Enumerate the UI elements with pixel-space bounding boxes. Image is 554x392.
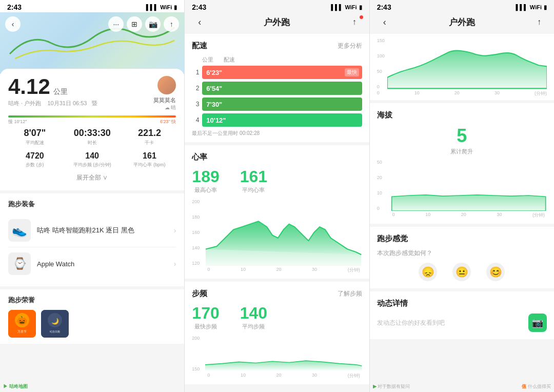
dynamic-section-header: 动态详情 xyxy=(377,299,547,308)
hr-avg-label: 平均心率 xyxy=(240,186,267,194)
steps-avg-stat: 140 平均步频 xyxy=(240,304,267,330)
layers-button[interactable]: ⊞ xyxy=(127,16,142,32)
time-1: 2:43 xyxy=(7,3,22,11)
camera-button[interactable]: 📷 xyxy=(528,313,547,332)
status-icons-3: ▌▌▌ WiFi ▮ xyxy=(516,4,547,11)
steps-section-title: 步频 xyxy=(192,289,207,299)
back-button-3[interactable]: ‹ xyxy=(377,14,392,30)
equipment-shoes[interactable]: 👟 咕咚 咕咚智能跑鞋21K 逐日 黑色 › xyxy=(8,214,176,247)
status-bar-3: 2:43 ▌▌▌ WiFi ▮ xyxy=(370,0,554,12)
more-analysis-link[interactable]: 更多分析 xyxy=(338,42,362,50)
altitude-section-header: 海拔 xyxy=(377,110,547,120)
run-meta: 咕咚 · 户外跑 10月31日 06:53 暨 xyxy=(8,100,97,107)
altitude-y-labels-top: 150 100 50 0 xyxy=(377,38,387,89)
distance-unit: 公里 xyxy=(53,87,68,95)
time-2: 2:43 xyxy=(192,3,206,11)
feeling-icons: 😞 😐 😊 xyxy=(377,263,547,281)
wifi-icon-3: WiFi xyxy=(530,4,542,10)
pace-row-4: 4 10'12" xyxy=(192,113,362,127)
p2-header: ‹ 户外跑 ↑ xyxy=(185,12,369,34)
pace-section-title: 配速 xyxy=(192,41,207,51)
status-icons-2: ▌▌▌ WiFi ▮ xyxy=(331,4,362,11)
svg-text:🌙: 🌙 xyxy=(51,317,59,325)
steps-link[interactable]: 了解步频 xyxy=(338,289,362,298)
badge-night-run: 🌙 纪念日跑 xyxy=(41,310,69,338)
dynamic-title: 动态详情 xyxy=(377,299,408,308)
steps-y-labels: 200 150 xyxy=(192,336,205,371)
avatar xyxy=(157,76,176,94)
pace-chart-header: 公里 配速 xyxy=(192,56,362,64)
camera-icon: 📷 xyxy=(532,317,543,328)
hr-y-labels: 200 180 160 140 120 xyxy=(192,199,205,266)
equipment-watch[interactable]: ⌚ Apple Watch › xyxy=(8,247,176,280)
elevation-chart-wrap: 50 20 10 0 xyxy=(377,160,547,219)
feeling-neutral[interactable]: 😐 xyxy=(452,263,471,281)
weather-info: ☁ 晴 xyxy=(165,104,176,111)
elevation-chart-area: 0 10 20 30 (分钟) xyxy=(390,160,547,219)
distance-block: 4.12 公里 咕咚 · 户外跑 10月31日 06:53 暨 xyxy=(8,76,97,107)
hr-avg-value: 161 xyxy=(240,167,267,186)
wifi-icon: WiFi xyxy=(160,4,172,10)
feeling-sad[interactable]: 😞 xyxy=(419,263,437,281)
hr-max-label: 最高心率 xyxy=(192,186,219,194)
svg-text:纪念日跑: 纪念日跑 xyxy=(50,330,60,333)
scroll-content-2[interactable]: 配速 更多分析 公里 配速 1 6'23" 最快 2 6'54" xyxy=(185,34,369,385)
pace-section-header: 配速 更多分析 xyxy=(192,41,362,51)
steps-chart-wrapper: 200 150 0 xyxy=(192,336,362,379)
nav-btn-group: ··· ⊞ 📷 ↑ xyxy=(108,16,179,32)
hr-stats: 189 最高心率 161 平均心率 xyxy=(192,167,362,194)
pace-chart-rows: 1 6'23" 最快 2 6'54" 3 7'30" xyxy=(192,66,362,127)
feeling-happy[interactable]: 😊 xyxy=(486,263,505,281)
p3-title: 户外跑 xyxy=(449,16,475,28)
battery-icon: ▮ xyxy=(174,4,177,11)
watermark-right-3: 值 什么值得买 xyxy=(522,383,551,390)
altitude-top-x-labels: 0 10 20 30 (分钟) xyxy=(377,90,547,100)
expand-button[interactable]: 展开全部 ∨ xyxy=(8,170,176,185)
steps-section-header: 步频 了解步频 xyxy=(192,289,362,299)
camera-map-button[interactable]: 📷 xyxy=(145,16,161,32)
feeling-title: 跑步感觉 xyxy=(377,234,408,244)
equipment-title: 跑步装备 xyxy=(8,200,176,209)
svg-text:万圣节: 万圣节 xyxy=(17,330,27,333)
hr-chart-wrapper: 200 180 160 140 120 xyxy=(192,199,362,273)
signal-icon: ▌▌▌ xyxy=(146,4,158,10)
feeling-section-header: 跑步感觉 xyxy=(377,234,547,244)
back-button-2[interactable]: ‹ xyxy=(192,14,207,30)
stat-pace: 8'07" 平均配速 xyxy=(8,128,62,146)
feeling-section: 跑步感觉 本次跑步感觉如何？ 😞 😐 😊 xyxy=(370,227,554,288)
distance-display: 4.12 公里 xyxy=(8,76,97,97)
share-map-button[interactable]: ↑ xyxy=(164,16,179,32)
upload-button-3[interactable]: ↑ xyxy=(531,14,547,30)
hr-max-value: 189 xyxy=(192,167,219,186)
more-button[interactable]: ··· xyxy=(108,16,124,32)
signal-icon-3: ▌▌▌ xyxy=(516,4,527,10)
user-info: 莫莫莫名 ☁ 晴 xyxy=(153,76,176,111)
dynamic-section: 动态详情 发动态让你的好友看到吧 📷 xyxy=(370,291,554,339)
map-area: ‹ ··· ⊞ 📷 ↑ xyxy=(0,12,184,74)
hr-x-labels: 0 10 20 30 (分钟) xyxy=(205,267,362,273)
stat-duration: 00:33:30 时长 xyxy=(66,128,119,146)
honor-badges: 🎃 万圣节 🌙 纪念日跑 xyxy=(8,310,176,338)
back-button[interactable]: ‹ xyxy=(5,16,21,32)
status-icons-1: ▌▌▌ WiFi ▮ xyxy=(146,4,177,11)
shoes-name: 咕咚 咕咚智能跑鞋21K 逐日 黑色 xyxy=(37,226,174,235)
altitude-overview-wrapper: 150 100 50 0 xyxy=(370,34,554,100)
wifi-icon-2: WiFi xyxy=(345,4,357,10)
altitude-section-title: 海拔 xyxy=(377,110,392,120)
elevation-x-labels: 0 10 20 30 (分钟) xyxy=(390,212,547,219)
distance-number: 4.12 xyxy=(8,74,50,99)
altitude-section: 海拔 5 累计爬升 50 20 10 0 xyxy=(370,103,554,224)
signal-icon-2: ▌▌▌ xyxy=(331,4,343,10)
watermark-left-3: ▶ 对于数据有疑问 xyxy=(373,383,410,390)
user-name: 莫莫莫名 xyxy=(153,96,176,104)
stats-grid-2: 4720 步数 (步) 140 平均步频 (步/分钟) 161 平均心率 (bp… xyxy=(8,151,176,168)
watch-icon: ⌚ xyxy=(8,252,31,275)
elevation-label: 累计爬升 xyxy=(377,148,547,155)
badge-halloween: 🎃 万圣节 xyxy=(8,310,36,338)
status-bar-1: 2:43 ▌▌▌ WiFi ▮ xyxy=(0,0,184,12)
stat-steps: 4720 步数 (步) xyxy=(8,151,62,168)
dynamic-placeholder[interactable]: 发动态让你的好友看到吧 xyxy=(377,319,528,327)
battery-icon-3: ▮ xyxy=(544,4,547,11)
pace-bar-section: 慢 10'12" 6'23" 快 xyxy=(8,115,176,123)
p3-scroll[interactable]: 150 100 50 0 xyxy=(370,34,554,385)
